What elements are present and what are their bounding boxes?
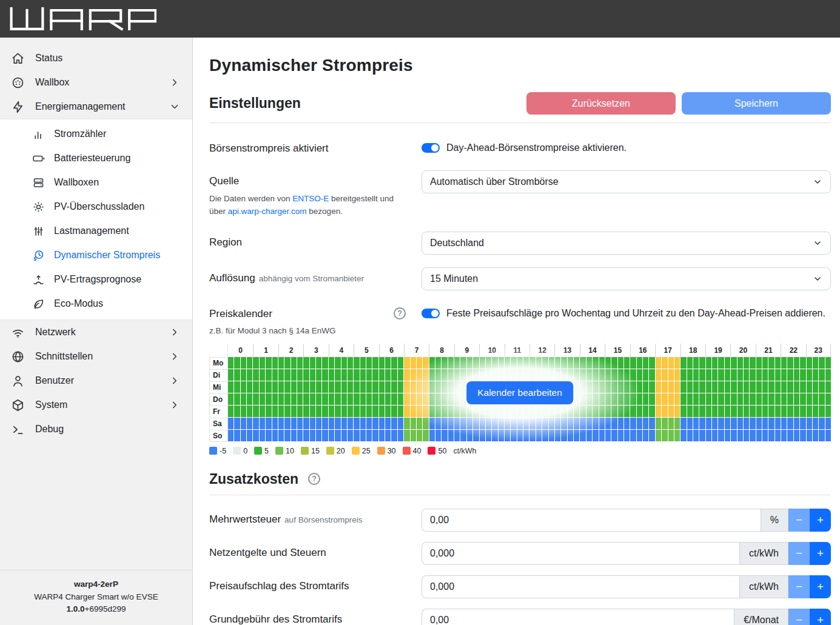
price-cell [599,369,605,381]
price-cell [366,381,372,393]
calendar-hour-label: 7 [404,344,429,357]
price-cell [341,357,347,369]
sidebar-item-wallbox[interactable]: Wallbox [0,70,192,95]
decrement-button[interactable]: − [788,509,810,532]
price-cell [542,418,548,429]
sidebar-item-schnittstellen[interactable]: Schnittstellen [0,344,192,369]
boersenstrompreis-toggle[interactable] [422,143,440,153]
price-cell [310,357,315,369]
price-cell [505,357,510,369]
sidebar-item-debug[interactable]: Debug [0,417,192,441]
sidebar-item-label: Batteriesteuerung [54,153,130,164]
price-cell [819,430,824,441]
decrement-button[interactable]: − [788,609,810,625]
price-cell [473,406,479,417]
price-cell [442,418,447,429]
decrement-button[interactable]: − [788,575,810,598]
save-button[interactable]: Speichern [682,92,831,115]
price-cell [284,393,290,405]
price-cell [800,369,805,381]
region-select[interactable]: Deutschland [422,232,831,255]
price-cell [411,381,416,393]
sidebar-item-benutzer[interactable]: Benutzer [0,369,192,393]
increment-button[interactable]: + [810,575,831,598]
price-cell [794,406,799,417]
sidebar-item-system[interactable]: System [0,393,192,417]
price-cell [435,418,441,429]
zusatzkosten-help-icon[interactable]: ? [308,473,320,485]
price-cell [712,418,717,429]
price-cell [247,406,252,417]
battery-icon [32,152,45,165]
sidebar-item-label: PV-Überschussladen [54,201,144,212]
sidebar-item-netzwerk[interactable]: Netzwerk [0,320,192,344]
price-cell [398,393,403,405]
sidebar-item-lastmanagement[interactable]: Lastmanagement [0,219,192,243]
legend-value: 15 [311,447,320,455]
sidebar-item-label: Status [35,53,62,64]
price-cell [637,406,642,417]
preisaufschlag-des-stromtarifs-input[interactable] [422,575,739,598]
price-cell [316,369,321,381]
price-cell [454,381,460,393]
sidebar-item-dynamischer-strompreis[interactable]: $Dynamischer Strompreis [0,243,192,267]
price-cell [253,406,258,417]
price-cell [247,430,252,441]
price-cell [555,418,560,429]
preiskalender-toggle[interactable] [422,309,440,318]
price-cell [649,393,654,405]
price-cell [529,406,535,417]
price-cell [423,418,428,429]
increment-button[interactable]: + [810,509,831,532]
quelle-select[interactable]: Automatisch über Strombörse [422,170,831,193]
price-cell [668,393,674,405]
sidebar-item-batteriesteuerung[interactable]: Batteriesteuerung [0,146,192,170]
price-cell [825,430,831,441]
reset-button[interactable]: Zurücksetzen [526,92,676,115]
price-cell [366,393,372,405]
price-cell [807,357,812,369]
entsoe-link[interactable]: ENTSO-E [292,194,329,203]
price-cell [637,369,642,381]
mehrwertsteuer-input[interactable] [422,509,761,532]
sidebar-item-pv-ertragsprognose[interactable]: PV-Ertragsprognose [0,267,192,292]
price-cell [599,381,605,393]
increment-button[interactable]: + [810,542,831,565]
price-cell [593,369,598,381]
price-cell [693,418,699,429]
sidebar-item-energiemanagement[interactable]: Energiemanagement [0,95,192,119]
price-cell [618,381,623,393]
sidebar-item-eco-modus[interactable]: Eco-Modus [0,292,192,316]
grundgeb-hr-des-stromtarifs-input-group: €/Monat−+ [422,609,831,625]
netzentgelte-und-steuern-input[interactable] [422,542,739,565]
decrement-button[interactable]: − [788,542,810,565]
edit-calendar-button[interactable]: Kalender bearbeiten [466,381,573,404]
price-cell [775,393,781,405]
price-cell [807,393,812,405]
price-cell [247,393,252,405]
price-cell [706,369,711,381]
price-cell [297,430,303,441]
price-cell [800,430,805,441]
sidebar-item-stromz-hler[interactable]: Stromzähler [0,122,192,146]
price-cell [731,430,736,441]
aufloesung-select[interactable]: 15 Minuten [422,267,831,290]
grundgeb-hr-des-stromtarifs-input[interactable] [422,609,734,625]
price-cell [266,369,271,381]
sidebar-item-wallboxen[interactable]: Wallboxen [0,170,192,195]
price-cell [674,357,680,369]
price-cell [348,406,353,417]
price-cell [813,406,818,417]
price-cell [599,393,605,405]
price-cell [435,357,441,369]
preiskalender-help-icon[interactable]: ? [394,307,406,319]
zusatzkosten-row: Grundgebühr des Stromtarifs€/Monat−+ [209,609,831,625]
price-cell [611,357,617,369]
sidebar-item-pv-berschussladen[interactable]: PV-Überschussladen [0,195,192,219]
api-warp-charger-link[interactable]: api.warp-charger.com [228,207,307,216]
price-cell [266,357,271,369]
price-cell [762,381,768,393]
increment-button[interactable]: + [810,609,831,625]
sidebar-item-status[interactable]: Status [0,46,192,70]
price-cell [738,357,743,369]
